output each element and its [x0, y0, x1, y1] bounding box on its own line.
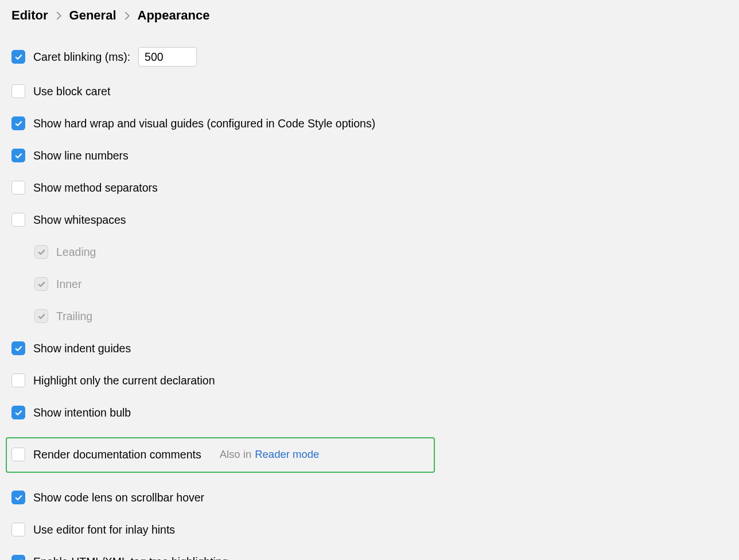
checkbox-render-doc-comments[interactable] — [11, 448, 25, 461]
row-show-indent-guides: Show indent guides — [11, 341, 728, 356]
row-caret-blinking: Caret blinking (ms): — [11, 47, 728, 67]
row-show-whitespaces: Show whitespaces — [11, 212, 728, 227]
label-render-doc-comments: Render documentation comments — [33, 448, 201, 461]
label-show-code-lens: Show code lens on scrollbar hover — [33, 491, 204, 504]
checkbox-ws-trailing — [34, 309, 48, 323]
row-ws-inner: Inner — [11, 277, 728, 291]
row-show-hard-wrap: Show hard wrap and visual guides (config… — [11, 116, 728, 131]
checkbox-highlight-current-decl[interactable] — [11, 374, 25, 387]
checkbox-use-block-caret[interactable] — [11, 84, 25, 98]
row-ws-trailing: Trailing — [11, 309, 728, 324]
options-list: Caret blinking (ms): Use block caret Sho… — [11, 47, 728, 560]
checkbox-ws-leading — [34, 245, 48, 259]
checkbox-enable-html-xml-tree[interactable] — [11, 555, 25, 560]
label-ws-trailing: Trailing — [56, 310, 92, 323]
checkbox-show-indent-guides[interactable] — [11, 341, 25, 355]
breadcrumb-appearance: Appearance — [138, 8, 210, 23]
checkbox-show-hard-wrap[interactable] — [11, 116, 25, 130]
row-show-line-numbers: Show line numbers — [11, 148, 728, 163]
row-show-intention-bulb: Show intention bulb — [11, 405, 728, 420]
checkbox-show-method-separators[interactable] — [11, 181, 25, 195]
label-ws-leading: Leading — [56, 246, 96, 259]
chevron-right-icon — [56, 11, 61, 20]
row-render-doc-comments-highlighted: Render documentation comments Also in Re… — [6, 437, 435, 473]
label-ws-inner: Inner — [56, 278, 81, 291]
label-show-line-numbers: Show line numbers — [33, 149, 129, 162]
breadcrumb-editor[interactable]: Editor — [11, 8, 48, 23]
checkbox-show-whitespaces[interactable] — [11, 213, 25, 227]
label-highlight-current-decl: Highlight only the current declaration — [33, 374, 215, 387]
checkbox-caret-blinking[interactable] — [11, 50, 25, 64]
breadcrumb-general[interactable]: General — [69, 8, 116, 23]
row-use-block-caret: Use block caret — [11, 84, 728, 99]
row-show-method-separators: Show method separators — [11, 180, 728, 195]
label-show-indent-guides: Show indent guides — [33, 342, 131, 355]
chevron-right-icon — [125, 11, 130, 20]
row-show-code-lens: Show code lens on scrollbar hover — [11, 490, 728, 505]
label-show-method-separators: Show method separators — [33, 181, 158, 195]
label-show-whitespaces: Show whitespaces — [33, 213, 126, 227]
row-use-editor-font-inlay: Use editor font for inlay hints — [11, 522, 728, 537]
label-enable-html-xml-tree: Enable HTML/XML tag tree highlighting — [33, 555, 228, 561]
input-caret-blinking-ms[interactable] — [138, 47, 197, 67]
label-show-hard-wrap: Show hard wrap and visual guides (config… — [33, 117, 375, 130]
label-caret-blinking: Caret blinking (ms): — [33, 50, 130, 64]
link-reader-mode[interactable]: Reader mode — [255, 448, 319, 461]
breadcrumb: Editor General Appearance — [11, 8, 728, 23]
row-enable-html-xml-tree: Enable HTML/XML tag tree highlighting — [11, 554, 728, 560]
label-show-intention-bulb: Show intention bulb — [33, 406, 131, 419]
label-use-editor-font-inlay: Use editor font for inlay hints — [33, 523, 175, 536]
label-use-block-caret: Use block caret — [33, 85, 110, 98]
checkbox-use-editor-font-inlay[interactable] — [11, 523, 25, 536]
checkbox-show-line-numbers[interactable] — [11, 149, 25, 162]
row-highlight-current-decl: Highlight only the current declaration — [11, 373, 728, 388]
checkbox-show-intention-bulb[interactable] — [11, 406, 25, 419]
row-ws-leading: Leading — [11, 244, 728, 259]
checkbox-show-code-lens[interactable] — [11, 491, 25, 504]
checkbox-ws-inner — [34, 277, 48, 291]
also-in-text: Also in — [220, 448, 252, 461]
